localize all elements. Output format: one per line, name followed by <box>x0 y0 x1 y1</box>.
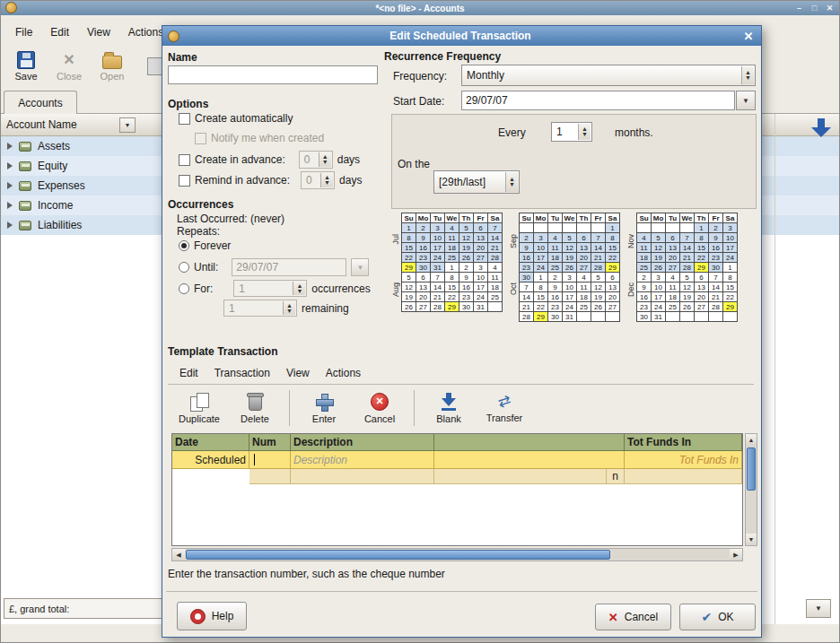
notify-me-checkbox[interactable] <box>195 133 206 144</box>
remaining-row: 1 ▲▼ remaining <box>223 300 349 317</box>
expander-icon[interactable] <box>7 202 13 209</box>
scroll-down-arrow-icon[interactable]: ▼ <box>746 534 757 545</box>
create-in-advance-spinner[interactable]: 0 ▲▼ <box>299 151 333 169</box>
mini-calendar: NovDecSuMoTuWeThFrSa12345678910111213141… <box>626 213 738 335</box>
toolbar-separator <box>414 390 415 426</box>
help-button[interactable]: Help <box>177 602 247 630</box>
tot-funds-in-cell[interactable]: Tot Funds In <box>625 451 742 468</box>
blank-cell[interactable] <box>434 451 625 468</box>
enter-button[interactable]: Enter <box>296 387 352 430</box>
template-menu-edit[interactable]: Edit <box>171 365 206 381</box>
split-flag-cell[interactable]: n <box>607 469 625 484</box>
until-date-dropdown-button[interactable]: ▼ <box>351 258 369 276</box>
scrollbar-track[interactable] <box>185 549 730 560</box>
split-action-cell[interactable] <box>249 469 291 484</box>
scrollbar-thumb[interactable] <box>186 550 610 560</box>
create-automatically-checkbox[interactable] <box>179 113 190 125</box>
expander-icon[interactable] <box>7 162 13 169</box>
transfer-button[interactable]: Transfer <box>477 387 532 430</box>
save-button[interactable]: Save <box>6 47 46 86</box>
every-spinner[interactable]: 1 ▲▼ <box>551 122 592 142</box>
minimize-button[interactable]: – <box>793 2 805 13</box>
cancel-button[interactable]: Cancel <box>595 604 671 630</box>
until-date-input[interactable]: 29/07/07 <box>232 258 346 276</box>
menu-edit[interactable]: Edit <box>41 22 78 42</box>
on-the-combobox[interactable]: [29th/last] ▲▼ <box>433 170 520 194</box>
dialog-titlebar[interactable]: Edit Scheduled Transaction ✕ <box>162 26 761 46</box>
until-radio[interactable] <box>179 262 189 273</box>
remind-in-advance-spinner[interactable]: 0 ▲▼ <box>301 171 335 189</box>
summarybar-options-dropdown[interactable]: ▼ <box>806 599 831 618</box>
menu-view[interactable]: View <box>78 22 119 42</box>
calendar-day: 17 <box>652 292 666 302</box>
delete-button[interactable]: Delete <box>227 387 283 430</box>
description-cell[interactable]: Description <box>291 451 434 468</box>
calendar-day: 3 <box>534 233 548 243</box>
create-in-advance-checkbox[interactable] <box>179 154 190 166</box>
register-horizontal-scrollbar[interactable]: ◀ ▶ <box>171 548 743 561</box>
for-radio[interactable] <box>179 283 189 294</box>
calendar-day: 29 <box>445 302 459 312</box>
jump-down-arrow-icon[interactable] <box>811 117 831 138</box>
date-cell[interactable]: Scheduled <box>172 451 249 468</box>
calendar-day: 25 <box>445 253 459 263</box>
close-button[interactable]: Close <box>49 47 89 86</box>
spinner-stepper-icon[interactable]: ▲▼ <box>578 124 591 140</box>
calendar-day: 6 <box>577 233 591 243</box>
open-button[interactable]: Open <box>92 47 132 86</box>
duplicate-button[interactable]: Duplicate <box>171 387 227 430</box>
template-menu-view[interactable]: View <box>278 365 318 381</box>
menu-file[interactable]: File <box>6 22 41 42</box>
remind-in-advance-checkbox[interactable] <box>179 175 190 187</box>
start-date-dropdown-button[interactable]: ▼ <box>736 91 756 110</box>
spinner-stepper-icon[interactable]: ▲▼ <box>319 152 331 167</box>
name-input[interactable] <box>168 65 378 84</box>
mini-calendar: SepOctSuMoTuWeThFrSa12345678910111213141… <box>509 213 620 335</box>
close-window-button[interactable]: ✕ <box>824 2 836 13</box>
scrollbar-track[interactable] <box>746 446 757 534</box>
template-menu-actions[interactable]: Actions <box>318 365 369 381</box>
maximize-button[interactable]: □ <box>809 2 820 13</box>
calendar-day-header: We <box>680 213 695 223</box>
calendar-day: 30 <box>637 312 652 322</box>
expander-icon[interactable] <box>7 222 13 229</box>
start-date-input[interactable]: 29/07/07 <box>461 91 735 110</box>
dialog-close-button[interactable]: ✕ <box>741 30 756 43</box>
spinner-stepper-icon[interactable]: ▲▼ <box>283 301 295 315</box>
template-menu-transaction[interactable]: Transaction <box>206 365 278 381</box>
register-vertical-scrollbar[interactable]: ▲ ▼ <box>745 433 757 546</box>
split-amount-cell[interactable] <box>625 469 742 484</box>
scroll-up-arrow-icon[interactable]: ▲ <box>746 434 757 446</box>
calendar-day: 24 <box>563 302 577 312</box>
ok-button[interactable]: OK <box>679 604 756 630</box>
combo-stepper-icon[interactable]: ▲▼ <box>741 66 754 84</box>
expander-icon[interactable] <box>7 143 13 150</box>
calendar-grid: SuMoTuWeThFrSa12345678910111213141516171… <box>519 213 620 322</box>
spinner-stepper-icon[interactable]: ▲▼ <box>320 173 333 187</box>
spinner-stepper-icon[interactable]: ▲▼ <box>293 282 305 295</box>
expander-icon[interactable] <box>7 182 13 189</box>
tab-accounts[interactable]: Accounts <box>4 91 77 114</box>
num-cell[interactable] <box>249 451 291 468</box>
column-header-dropdown[interactable]: ▼ <box>119 117 136 133</box>
account-label: Equity <box>38 160 67 172</box>
combo-stepper-icon[interactable]: ▲▼ <box>505 172 518 192</box>
scroll-left-arrow-icon[interactable]: ◀ <box>172 549 185 560</box>
split-row: n <box>172 469 742 484</box>
blank-button[interactable]: Blank <box>421 387 477 430</box>
calendar-day-header: We <box>563 213 577 223</box>
for-occurrences-spinner[interactable]: 1 ▲▼ <box>233 280 307 297</box>
calendar-day <box>591 223 606 233</box>
frequency-combobox[interactable]: Monthly ▲▼ <box>461 65 756 86</box>
remaining-spinner[interactable]: 1 ▲▼ <box>223 300 297 317</box>
cancel-transaction-button[interactable]: Cancel <box>352 387 407 430</box>
split-memo-cell[interactable] <box>291 469 434 484</box>
calendar-day: 6 <box>606 273 620 282</box>
calendar-day: 21 <box>709 292 723 302</box>
scrollbar-thumb[interactable] <box>747 447 756 491</box>
calendar-day: 17 <box>534 253 548 263</box>
scroll-right-arrow-icon[interactable]: ▶ <box>730 549 742 560</box>
forever-radio[interactable] <box>179 240 189 251</box>
split-account-cell[interactable] <box>434 469 607 484</box>
calendar-day: 26 <box>563 263 577 273</box>
